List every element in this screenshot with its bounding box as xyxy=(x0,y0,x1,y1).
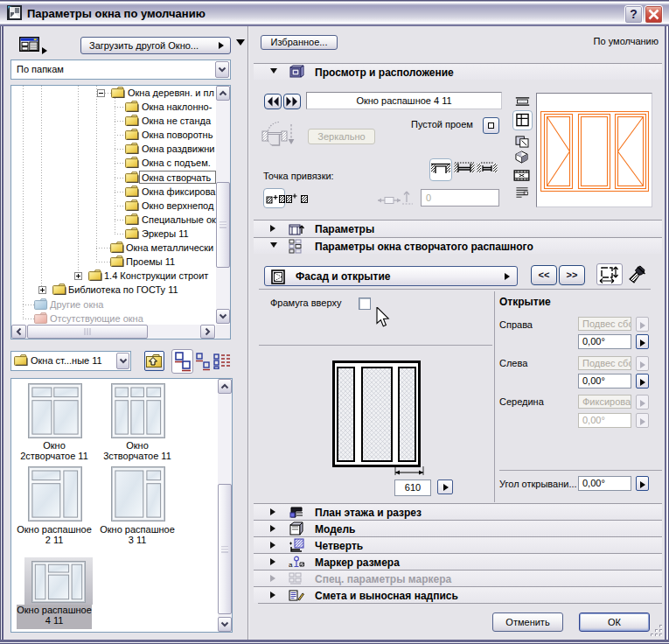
svg-text:a: a xyxy=(289,561,293,569)
svg-text:i: i xyxy=(525,191,526,195)
